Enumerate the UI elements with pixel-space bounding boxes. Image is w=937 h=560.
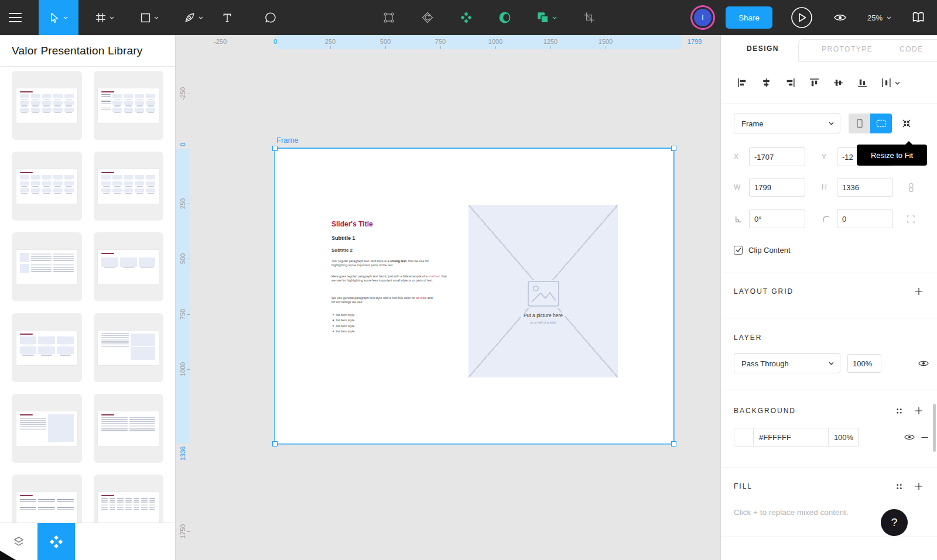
components-tab[interactable] <box>37 523 75 560</box>
library-thumbnail[interactable] <box>94 232 164 301</box>
distribute-control[interactable] <box>881 78 900 88</box>
fixed-size-segment[interactable] <box>849 114 870 133</box>
library-button[interactable] <box>903 0 933 35</box>
use-as-mask-button[interactable] <box>490 0 520 35</box>
shape-tool-button[interactable] <box>131 0 167 35</box>
library-thumbnail[interactable] <box>12 152 82 221</box>
share-button[interactable]: Share <box>726 6 772 29</box>
selection-handle-top-right[interactable] <box>671 146 676 151</box>
avatar[interactable]: I <box>690 5 715 30</box>
width-label: W <box>734 183 749 191</box>
background-hex-input[interactable]: #FFFFFF <box>754 428 828 446</box>
text-tool-button[interactable] <box>212 0 242 35</box>
align-horizontal-center-icon[interactable] <box>761 78 771 88</box>
align-vertical-center-icon[interactable] <box>833 78 843 88</box>
add-background-button[interactable] <box>909 407 929 415</box>
library-thumbnail[interactable] <box>12 394 82 463</box>
link-dimensions-icon[interactable] <box>907 183 916 193</box>
edit-object-button[interactable] <box>374 0 404 35</box>
library-thumbnail[interactable] <box>94 71 164 140</box>
corner-radius-input[interactable]: 0 <box>837 209 893 228</box>
ruler-tick <box>440 46 441 49</box>
resize-to-fit-button[interactable] <box>898 115 915 132</box>
rotation-input[interactable]: 0° <box>749 209 805 228</box>
selected-frame[interactable]: Slider's Title Subtitle 1 Subtitle 2 Jus… <box>275 149 673 444</box>
background-opacity-input[interactable]: 100% <box>828 428 859 446</box>
frame-type-dropdown[interactable]: Frame <box>734 114 840 133</box>
slide-subtitle-2: Subtitle 2 <box>331 248 353 253</box>
boolean-operations-button[interactable] <box>528 0 566 35</box>
present-button[interactable] <box>786 0 817 35</box>
frame-properties-section: Frame X -1707 Y <box>721 114 937 273</box>
add-fill-button[interactable] <box>909 482 929 490</box>
tab-prototype[interactable]: PROTOTYPE <box>822 45 873 53</box>
thumbnail-slide-title <box>101 495 114 497</box>
height-input[interactable]: 1336 <box>837 178 893 197</box>
create-component-button[interactable] <box>451 0 481 35</box>
library-thumbnail[interactable] <box>12 475 82 523</box>
align-bottom-icon[interactable] <box>857 78 867 88</box>
remove-background-icon[interactable] <box>921 434 929 441</box>
fill-styles-button[interactable] <box>889 483 909 490</box>
selection-handle-bottom-right[interactable] <box>671 441 676 446</box>
layer-opacity-input[interactable]: 100% <box>847 354 881 373</box>
background-visibility-icon[interactable] <box>904 434 915 441</box>
text-tool-icon <box>222 12 232 23</box>
library-thumbnail[interactable] <box>12 71 82 140</box>
tab-code[interactable]: CODE <box>900 45 924 53</box>
independent-corners-icon[interactable] <box>907 215 915 224</box>
corner-radius-icon <box>822 215 830 224</box>
inspector-tab-bar: DESIGN PROTOTYPE CODE <box>721 35 937 62</box>
thumbnail-slide-preview <box>16 331 77 365</box>
horizontal-ruler: -25002505007501000125015001799 <box>176 35 720 49</box>
library-thumbnail[interactable] <box>94 475 164 523</box>
add-layout-grid-button[interactable] <box>909 287 929 296</box>
thumbnail-slide-title <box>101 91 114 93</box>
selection-handle-bottom-left[interactable] <box>272 441 278 446</box>
preview-button[interactable] <box>825 0 856 35</box>
library-thumbnail[interactable] <box>12 232 82 301</box>
layer-visibility-icon[interactable] <box>918 360 929 367</box>
frame-name-label[interactable]: Frame <box>276 136 299 145</box>
thumbnail-slide-title <box>20 172 33 174</box>
thumbnail-grid <box>12 71 163 523</box>
library-thumbnail[interactable] <box>94 313 164 382</box>
slide-bullet-list: list item stylelist item stylelist item … <box>333 313 354 333</box>
slide-paragraph-2: Here goes regular paragraph text block, … <box>331 274 450 283</box>
align-left-icon[interactable] <box>737 78 747 88</box>
plus-icon <box>915 407 923 415</box>
inspector-panel: DESIGN PROTOTYPE CODE Frame <box>720 35 937 560</box>
library-thumbnail[interactable] <box>94 152 164 221</box>
help-button[interactable]: ? <box>881 509 908 536</box>
library-thumbnail[interactable] <box>12 313 82 382</box>
inspector-scrollbar[interactable] <box>933 404 936 452</box>
move-tool-button[interactable] <box>39 0 78 35</box>
main-menu-button[interactable] <box>0 0 30 35</box>
x-input[interactable]: -1707 <box>749 147 805 166</box>
clip-content-control[interactable]: Clip Content <box>734 245 929 255</box>
selection-handle-top-left[interactable] <box>272 146 278 151</box>
background-color-swatch[interactable] <box>734 428 754 446</box>
ruler-tick <box>187 369 190 370</box>
background-styles-button[interactable] <box>889 407 909 415</box>
slide-list-item: list item style <box>333 318 354 322</box>
align-right-icon[interactable] <box>785 78 795 88</box>
chevron-down-icon <box>110 16 114 19</box>
component-icon <box>460 12 472 23</box>
tab-design[interactable]: DESIGN <box>747 44 779 53</box>
auto-size-segment[interactable] <box>870 114 892 133</box>
pen-tool-button[interactable] <box>176 0 212 35</box>
clip-content-checkbox[interactable] <box>734 246 743 255</box>
comment-tool-button[interactable] <box>255 0 286 35</box>
library-thumbnail[interactable] <box>94 394 164 463</box>
canvas[interactable]: -25002505007501000125015001799 -25002505… <box>176 35 720 560</box>
zoom-level-control[interactable]: 25% <box>856 13 903 22</box>
blend-mode-dropdown[interactable]: Pass Through <box>734 353 840 373</box>
reset-instance-button[interactable] <box>412 0 443 35</box>
align-top-icon[interactable] <box>809 78 819 88</box>
library-scroll-area[interactable] <box>0 67 175 523</box>
frame-tool-button[interactable] <box>87 0 123 35</box>
crop-image-button[interactable] <box>574 0 604 35</box>
width-input[interactable]: 1799 <box>749 178 805 197</box>
bullet-dot <box>333 319 334 321</box>
